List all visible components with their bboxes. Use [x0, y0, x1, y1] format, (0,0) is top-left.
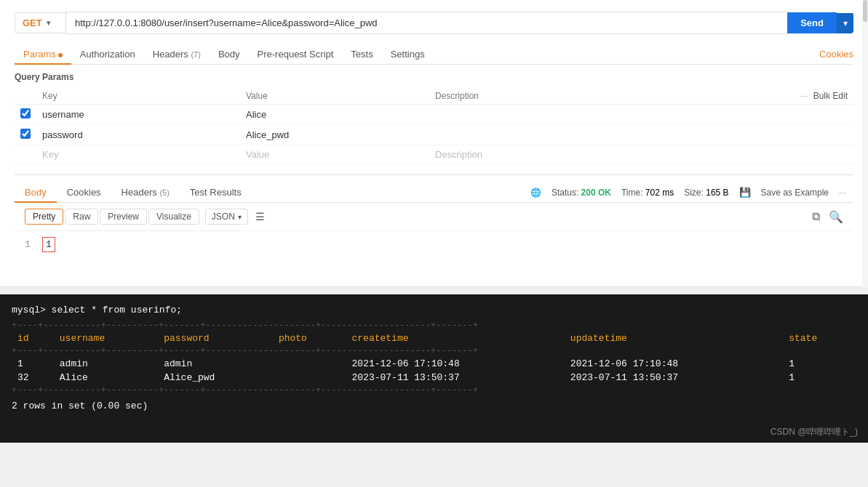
url-input[interactable] — [65, 12, 787, 34]
time-text: Time: 702 ms — [621, 188, 674, 198]
params-desc-header: Description — [429, 88, 642, 105]
body-actions: ⧉ 🔍 — [812, 210, 843, 224]
param-value-username[interactable]: Alice — [240, 105, 429, 125]
send-button-group: Send ▾ — [787, 12, 853, 33]
tab-tests[interactable]: Tests — [342, 44, 381, 64]
line-number-1: 1 — [25, 239, 35, 250]
format-raw-btn[interactable]: Raw — [65, 209, 98, 225]
param-key-password[interactable]: password — [36, 125, 240, 145]
params-dot — [58, 53, 63, 57]
param-desc-placeholder: Description — [429, 145, 642, 164]
col-password-header: password — [158, 331, 273, 345]
data-state-1: 1 — [783, 357, 856, 371]
terminal-sep-1: +----+-----------+----------+-------+---… — [12, 320, 856, 331]
col-createtime-header: createtime — [346, 331, 564, 345]
param-checkbox-username[interactable] — [15, 105, 36, 125]
size-text: Size: 165 B — [684, 188, 728, 198]
param-desc-username[interactable] — [429, 105, 642, 125]
col-username-header: username — [54, 331, 158, 345]
save-icon: 💾 — [739, 187, 751, 198]
code-value-1: 1 — [42, 237, 55, 252]
data-state-2: 1 — [783, 371, 856, 385]
tab-params[interactable]: Params — [15, 44, 71, 64]
response-code-area: 1 1 — [15, 231, 853, 275]
more-options-icon[interactable]: ··· — [839, 188, 846, 198]
params-bulk-header: ··· Bulk Edit — [642, 88, 853, 105]
json-format-select[interactable]: JSON ▾ — [205, 209, 248, 225]
terminal-command: mysql> select * from userinfo; — [12, 305, 856, 315]
col-updatetime-header: updatetime — [565, 331, 783, 345]
data-photo-2 — [273, 371, 346, 385]
tab-body[interactable]: Body — [210, 44, 249, 64]
scrollbar-track[interactable] — [862, 0, 868, 287]
params-check-header — [15, 88, 36, 105]
search-icon[interactable]: 🔍 — [829, 210, 843, 224]
param-value-password[interactable]: Alice_pwd — [240, 125, 429, 145]
dots-icon: ··· — [800, 91, 808, 101]
response-tab-headers[interactable]: Headers (5) — [111, 182, 180, 202]
param-bulk-password — [642, 125, 853, 145]
data-updatetime-2: 2023-07-11 13:50:37 — [565, 371, 783, 385]
response-tab-body[interactable]: Body — [15, 182, 57, 202]
postman-panel: GET ▾ Send ▾ Params Authorization Header… — [0, 0, 868, 287]
terminal-footer: 2 rows in set (0.00 sec) — [12, 401, 856, 411]
body-toolbar: Pretty Raw Preview Visualize JSON ▾ ☰ ⧉ … — [15, 203, 853, 231]
col-state-header: state — [783, 331, 856, 345]
data-photo-1 — [273, 357, 346, 371]
response-tabs: Body Cookies Headers (5) Test Results 🌐 … — [15, 182, 853, 203]
params-key-header: Key — [36, 88, 240, 105]
scrollbar-thumb[interactable] — [863, 0, 867, 22]
data-username-2: Alice — [54, 371, 158, 385]
tab-settings[interactable]: Settings — [382, 44, 434, 64]
terminal-data-row-1: 1 admin admin 2021-12-06 17:10:48 2021-1… — [12, 357, 856, 371]
data-createtime-1: 2021-12-06 17:10:48 — [346, 357, 564, 371]
response-tab-testresults[interactable]: Test Results — [180, 182, 252, 202]
csdn-watermark: CSDN @哔哩哔哩ト_) — [0, 422, 868, 443]
url-bar: GET ▾ Send ▾ — [15, 12, 853, 34]
tab-prerequest[interactable]: Pre-request Script — [249, 44, 343, 64]
separator-3: +----+-----------+----------+-------+---… — [12, 385, 856, 396]
data-createtime-2: 2023-07-11 13:50:37 — [346, 371, 564, 385]
param-row-placeholder: Key Value Description — [15, 145, 853, 164]
tab-authorization[interactable]: Authorization — [71, 44, 144, 64]
params-table: Key Value Description ··· Bulk Edit user… — [15, 88, 853, 164]
cookies-link[interactable]: Cookies — [819, 44, 853, 64]
globe-icon: 🌐 — [530, 188, 541, 198]
status-ok-badge: 200 OK — [581, 188, 611, 198]
response-area: Body Cookies Headers (5) Test Results 🌐 … — [15, 174, 853, 275]
data-id-1: 1 — [12, 357, 54, 371]
terminal-sep-2: +----+-----------+----------+-------+---… — [12, 345, 856, 357]
param-row-username: username Alice — [15, 105, 853, 125]
response-status: 🌐 Status: 200 OK Time: 702 ms Size: 165 … — [530, 187, 853, 198]
param-checkbox-password[interactable] — [15, 125, 36, 145]
col-photo-header: photo — [273, 331, 346, 345]
query-params-title: Query Params — [15, 72, 853, 82]
status-text: Status: 200 OK — [552, 188, 611, 198]
filter-icon[interactable]: ☰ — [255, 211, 265, 222]
data-id-2: 32 — [12, 371, 54, 385]
request-tabs: Params Authorization Headers (7) Body Pr… — [15, 44, 853, 65]
postman-area: GET ▾ Send ▾ Params Authorization Header… — [0, 0, 868, 287]
code-line-1: 1 1 — [25, 237, 843, 252]
copy-icon[interactable]: ⧉ — [812, 210, 820, 223]
tab-headers[interactable]: Headers (7) — [144, 44, 210, 64]
response-tab-cookies[interactable]: Cookies — [57, 182, 111, 202]
param-value-placeholder[interactable]: Value — [240, 145, 429, 164]
send-dropdown-button[interactable]: ▾ — [837, 13, 853, 33]
format-pretty-btn[interactable]: Pretty — [25, 209, 63, 225]
data-updatetime-1: 2021-12-06 17:10:48 — [565, 357, 783, 371]
param-key-placeholder[interactable]: Key — [36, 145, 240, 164]
save-as-example-link[interactable]: Save as Example — [761, 188, 829, 198]
param-row-password: password Alice_pwd — [15, 125, 853, 145]
separator-2: +----+-----------+----------+-------+---… — [12, 345, 856, 357]
send-button[interactable]: Send — [787, 12, 837, 33]
format-preview-btn[interactable]: Preview — [100, 209, 147, 225]
terminal-header-row: id username password photo createtime up… — [12, 331, 856, 345]
col-id-header: id — [12, 331, 54, 345]
param-desc-password[interactable] — [429, 125, 642, 145]
format-visualize-btn[interactable]: Visualize — [148, 209, 199, 225]
watermark-text: CSDN @哔哩哔哩ト_) — [771, 427, 858, 437]
method-select[interactable]: GET ▾ — [15, 12, 65, 33]
param-bulk-username — [642, 105, 853, 125]
param-key-username[interactable]: username — [36, 105, 240, 125]
